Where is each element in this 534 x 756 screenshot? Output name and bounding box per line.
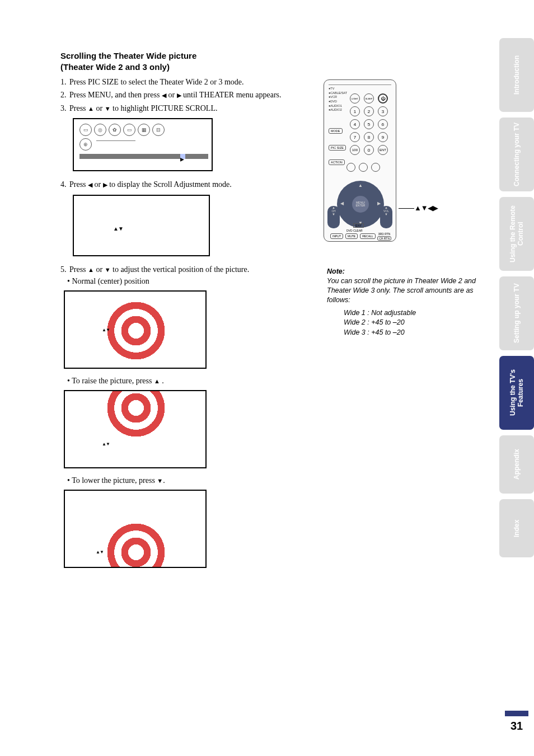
ch-rocker: ▲CH▼ [327, 206, 340, 228]
note-list: Wide 1 : Not adjustable Wide 2 : +45 to … [344, 308, 478, 338]
tab-connecting: Connecting your TV [499, 118, 534, 191]
up-arrow-icon: ▲ [88, 266, 94, 274]
callout-line [399, 208, 414, 209]
dpad-left-icon: ◀ [340, 201, 344, 206]
up-down-icon: ▲▼ [102, 442, 110, 447]
remote-figure: ●TV ●CABLE/SAT ●VCR ●DVD ●AUDIO1 ●AUDIO2… [324, 79, 413, 247]
step-1: Press PIC SIZE to select the Theater Wid… [68, 77, 475, 88]
up-arrow-icon: ▲ [88, 105, 94, 113]
bullet-raise-text-b: . [160, 377, 164, 385]
bullet-lower-text-b: . [163, 476, 165, 485]
step-1-text: Press PIC SIZE to select the Theater Wid… [69, 78, 244, 86]
dpad-callout-icon: ▲▼◀▶ [414, 204, 438, 212]
menu-icon: ▦ [138, 124, 150, 136]
key-ent: ENT [378, 145, 388, 155]
key-5: 5 [364, 119, 374, 129]
tab-features: Using the TV's Features [499, 356, 534, 430]
tab-remote: Using the Remote Control [499, 197, 534, 271]
rtn-labels: 3RD RTN CH RTN [377, 232, 391, 241]
note-item-3: Wide 3 : +45 to –20 [344, 328, 478, 338]
note-item-2: Wide 2 : +45 to –20 [344, 318, 478, 328]
key-6: 6 [378, 119, 388, 129]
target-lowered-figure: ▲▼ [64, 490, 207, 568]
menu-icon: ▭ [79, 124, 92, 136]
key-100: 100 [350, 145, 360, 155]
key-3: 3 [378, 106, 388, 116]
remote-body: ●TV ●CABLE/SAT ●VCR ●DVD ●AUDIO1 ●AUDIO2… [324, 79, 396, 242]
step-4-text-b: or [92, 180, 103, 189]
menu-icon: ◎ [94, 124, 106, 136]
right-arrow-icon: ▶ [177, 91, 181, 100]
key-2: 2 [364, 106, 374, 116]
key-9: 9 [378, 132, 388, 142]
up-arrow-icon: ▲ [154, 378, 160, 384]
remote-keypad: LIGHT SLEEP ⏻ 1 2 3 4 5 6 7 8 9 100 0 EN… [350, 93, 392, 155]
instruction-list: Press PIC SIZE to select the Theater Wid… [68, 77, 475, 275]
sleep-button: SLEEP [364, 93, 374, 104]
step-4-text-a: Press [69, 180, 88, 189]
target-graphic [105, 390, 167, 439]
bullet-lower: • To lower the picture, press ▼. [67, 476, 475, 485]
recall-button: RECALL [360, 233, 375, 239]
tab-appendix: Appendix [499, 435, 534, 494]
section-heading-line1: Scrolling the Theater Wide picture [60, 50, 475, 62]
dpad: MENU/ ENTER ▲ ▼ ◀ ▶ [337, 181, 384, 228]
menu-icon: ⊟ [152, 124, 165, 136]
up-down-icon: ▲▼ [96, 550, 104, 555]
up-down-icon: ▲▼ [113, 225, 123, 233]
key-1: 1 [350, 106, 360, 116]
step-5-text-c: to adjust the vertical position of the p… [111, 265, 250, 274]
dpad-up-icon: ▲ [358, 183, 363, 188]
note-heading: Note: [327, 267, 478, 275]
bullet-normal-text: Normal (center) position [72, 277, 149, 285]
step-2: Press MENU, and then press ◀ or ▶ until … [68, 90, 475, 101]
menu-icons-figure: ▭ ◎ ✿ ▭ ▦ ⊟ ⊕ ▸ [73, 118, 213, 171]
remote-round-row [346, 163, 380, 172]
key-4: 4 [350, 119, 360, 129]
target-center-figure: ▲▼ [64, 290, 207, 369]
up-down-icon: ▲▼ [102, 327, 110, 332]
dvd-clear-label: DVD CLEAR [346, 229, 363, 232]
note-text: You can scroll the picture in Theater Wi… [327, 276, 478, 305]
menu-icon: ✿ [109, 124, 121, 136]
target-graphic [105, 300, 167, 361]
bullet-raise: • To raise the picture, press ▲ . [67, 377, 475, 386]
menu-icon-selected: ⊕ [79, 138, 92, 151]
left-arrow-icon: ◀ [88, 181, 92, 189]
target-graphic [105, 522, 167, 568]
key-0: 0 [364, 145, 374, 155]
vol-rocker: ▲VOL▼ [380, 206, 392, 228]
bullet-raise-text-a: To raise the picture, press [72, 377, 154, 385]
step-3: Press ▲ or ▼ to highlight PICTURE SCROLL… [68, 103, 475, 172]
side-tabs: Introduction Connecting your TV Using th… [499, 38, 534, 557]
down-arrow-icon: ▼ [105, 266, 111, 274]
light-button: LIGHT [350, 93, 360, 104]
step-2-text-c: until THEATER menu appears. [181, 91, 282, 99]
action-button: ACTION [329, 159, 345, 165]
note-block: Note: You can scroll the picture in Thea… [327, 267, 478, 337]
down-arrow-icon: ▼ [157, 477, 163, 484]
picsize-button: PIC SIZE [329, 145, 346, 151]
menu-icon: ▭ [123, 124, 135, 136]
bottom-button-row: INPUT MUTE RECALL [330, 233, 376, 239]
key-8: 8 [364, 132, 374, 142]
indicator-dot: ▸ [180, 154, 185, 159]
down-arrow-icon: ▼ [105, 105, 111, 113]
tab-introduction: Introduction [499, 38, 534, 112]
menu-icon-row: ▭ ◎ ✿ ▭ ▦ ⊟ [79, 124, 165, 136]
step-5-text-a: Press [69, 265, 88, 274]
right-arrow-icon: ▶ [103, 181, 107, 189]
step-3-text-b: or [94, 104, 105, 112]
section-heading-line2: (Theater Wide 2 and 3 only) [60, 62, 475, 73]
step-4: Press ◀ or ▶ to display the Scroll Adjus… [68, 179, 475, 256]
step-2-text-b: or [166, 91, 177, 99]
power-button: ⏻ [378, 93, 388, 104]
bullet-lower-text-a: To lower the picture, press [72, 476, 157, 485]
mode-button: MODE [329, 128, 343, 134]
note-item-1: Wide 1 : Not adjustable [344, 308, 478, 318]
divider-line [96, 140, 135, 141]
key-7: 7 [350, 132, 360, 142]
left-arrow-icon: ◀ [162, 91, 166, 100]
tab-index: Index [499, 499, 534, 557]
step-3-text-a: Press [69, 104, 88, 112]
